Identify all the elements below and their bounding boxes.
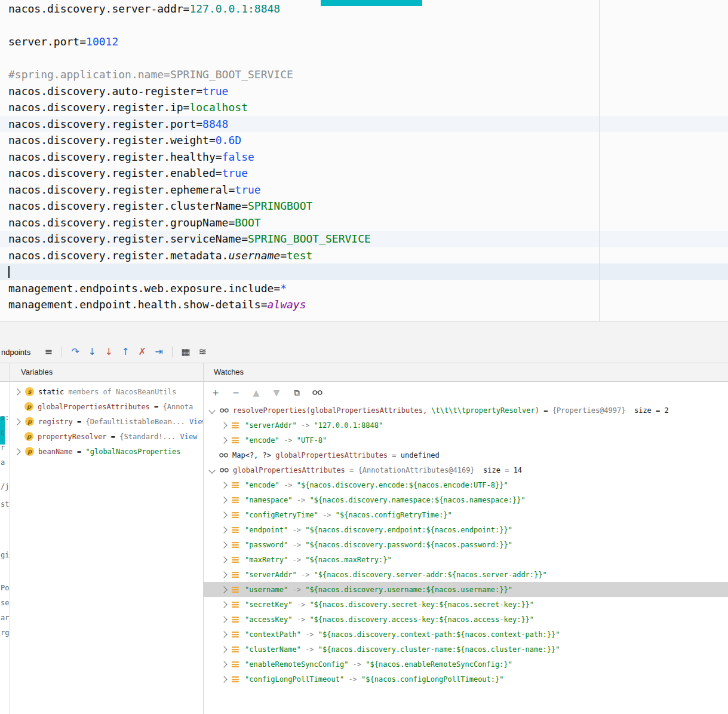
menu-icon[interactable]: ≡ xyxy=(40,345,57,358)
code-line[interactable]: management.endpoints.web.exposure.includ… xyxy=(0,280,728,297)
code-line[interactable] xyxy=(0,263,728,280)
chevron-right-icon[interactable] xyxy=(220,571,227,578)
code-line[interactable]: server.port=10012 xyxy=(0,33,728,50)
chevron-right-icon[interactable] xyxy=(220,437,227,443)
move-watch-down-icon[interactable]: ▼ xyxy=(269,388,284,397)
debug-stepper-icons: ndpoints ≡↷↓↓↑✗⇥▦≋ xyxy=(0,342,211,361)
code-line[interactable]: nacos.discovery.register.serviceName=SPR… xyxy=(0,231,728,247)
text-segment: nacos.discovery.register.groupName= xyxy=(8,216,235,229)
text-segment: -> xyxy=(288,556,305,564)
evaluate-expression-icon[interactable]: ▦ xyxy=(177,345,194,358)
chevron-right-icon[interactable] xyxy=(220,646,227,652)
properties-editor[interactable]: nacos.discovery.server-addr=127.0.0.1:88… xyxy=(0,0,728,321)
code-line[interactable]: nacos.discovery.register.ip=localhost xyxy=(0,99,728,116)
watch-row[interactable]: "enableRemoteSyncConfig" -> "${nacos.ena… xyxy=(204,657,728,672)
variable-row[interactable]: pregistry = {DefaultListableBean... View xyxy=(10,414,203,429)
watch-row[interactable]: "maxRetry" -> "${nacos.maxRetry:}" xyxy=(204,552,728,567)
variable-row[interactable]: pglobalPropertiesAttributes = {Annota xyxy=(10,399,203,414)
code-line[interactable]: nacos.discovery.register.weight=0.6D xyxy=(0,132,728,149)
watch-row[interactable]: "contextPath" -> "${nacos.discovery.cont… xyxy=(204,627,728,642)
step-into-icon[interactable]: ↓ xyxy=(84,345,100,358)
drop-frame-icon[interactable]: ✗ xyxy=(134,345,150,358)
step-over-icon[interactable]: ↷ xyxy=(67,345,84,358)
text-segment: "${nacos.discovery.endpoint:${nacos.endp… xyxy=(305,526,512,534)
code-line[interactable]: nacos.discovery.register.clusterName=SPR… xyxy=(0,198,728,214)
text-segment: "username" xyxy=(245,586,288,594)
chevron-right-icon[interactable] xyxy=(220,586,227,593)
watch-row[interactable]: Map<?, ?> globalPropertiesAttributes = u… xyxy=(204,448,728,462)
code-line[interactable]: nacos.discovery.register.ephemeral=true xyxy=(0,182,728,198)
variable-row[interactable]: ppropertyResolver = {Standard!... View xyxy=(10,429,203,444)
watch-row[interactable]: resolveProperties(globalPropertiesAttrib… xyxy=(204,403,728,418)
duplicate-watch-icon[interactable]: ⧉ xyxy=(290,388,304,398)
watch-row[interactable]: "endpoint" -> "${nacos.discovery.endpoin… xyxy=(204,522,728,537)
watch-row[interactable]: "serverAddr" -> "${nacos.discovery.serve… xyxy=(204,567,728,582)
watch-row[interactable]: "username" -> "${nacos.discovery.usernam… xyxy=(204,582,728,597)
watch-row[interactable]: "serverAddr" -> "127.0.0.1:8848" xyxy=(204,418,728,433)
watch-row[interactable]: "encode" -> "UTF-8" xyxy=(204,433,728,448)
variable-row[interactable]: sstatic members of NacosBeanUtils xyxy=(10,384,203,399)
chevron-right-icon[interactable] xyxy=(220,676,227,682)
chevron-right-icon[interactable] xyxy=(14,418,20,425)
chevron-right-icon[interactable] xyxy=(220,661,227,667)
chevron-right-icon[interactable] xyxy=(220,631,227,638)
chevron-right-icon[interactable] xyxy=(14,388,20,395)
watch-row[interactable]: "namespace" -> "${nacos.discovery.namesp… xyxy=(204,492,728,507)
chevron-right-icon[interactable] xyxy=(220,497,227,503)
right-margin-guide xyxy=(599,0,600,321)
map-entry-icon xyxy=(232,631,241,638)
text-segment: "clusterName" xyxy=(245,645,301,654)
text-segment: {Properties@4997} xyxy=(552,406,626,415)
chevron-right-icon[interactable] xyxy=(220,601,227,608)
variable-row[interactable]: pbeanName = "globalNacosProperties xyxy=(10,444,203,459)
code-line[interactable]: nacos.discovery.register.metadata.userna… xyxy=(0,247,728,264)
text-segment: true xyxy=(235,183,260,196)
add-watch-icon[interactable]: + xyxy=(208,388,223,397)
force-step-into-icon[interactable]: ↓ xyxy=(100,345,117,358)
text-segment: "UTF-8" xyxy=(297,436,327,445)
watch-row[interactable]: "clusterName" -> "${nacos.discovery.clus… xyxy=(204,642,728,657)
chevron-right-icon[interactable] xyxy=(220,541,227,548)
chevron-right-icon[interactable] xyxy=(220,616,227,623)
text-segment: "serverAddr" xyxy=(245,571,297,579)
show-watches-in-variables-icon[interactable] xyxy=(310,390,324,396)
tab-endpoints[interactable]: ndpoints xyxy=(1,348,30,357)
code-line[interactable] xyxy=(0,50,728,67)
code-line[interactable]: nacos.discovery.register.healthy=false xyxy=(0,149,728,166)
watch-row[interactable]: "accessKey" -> "${nacos.discovery.access… xyxy=(204,612,728,627)
chevron-down-icon[interactable] xyxy=(208,467,215,473)
text-segment: nacos.discovery.auto-register= xyxy=(8,85,202,97)
code-line[interactable]: nacos.discovery.register.port=8848 xyxy=(0,116,728,133)
chevron-right-icon[interactable] xyxy=(220,422,227,428)
code-line[interactable]: management.endpoint.health.show-details=… xyxy=(0,296,728,313)
text-segment: -> xyxy=(279,481,297,489)
watch-row[interactable]: "password" -> "${nacos.discovery.passwor… xyxy=(204,537,728,552)
chevron-right-icon[interactable] xyxy=(220,526,227,533)
watch-row[interactable]: "configRetryTime" -> "${nacos.configRetr… xyxy=(204,507,728,522)
run-to-cursor-icon[interactable]: ⇥ xyxy=(150,345,167,358)
text-segment: -> xyxy=(301,630,318,639)
text-segment: globalPropertiesAttributes xyxy=(233,466,345,474)
chevron-right-icon[interactable] xyxy=(220,511,227,518)
code-line[interactable]: nacos.discovery.auto-register=true xyxy=(0,83,728,100)
watch-row[interactable]: globalPropertiesAttributes = {Annotation… xyxy=(204,462,728,477)
watch-row[interactable]: "configLongPollTimeout" -> "${nacos.conf… xyxy=(204,672,728,687)
watch-row[interactable]: "encode" -> "${nacos.discovery.encode:${… xyxy=(204,477,728,492)
watch-row[interactable]: "secretKey" -> "${nacos.discovery.secret… xyxy=(204,597,728,612)
step-out-icon[interactable]: ↑ xyxy=(117,345,134,358)
code-line[interactable]: nacos.discovery.register.enabled=true xyxy=(0,165,728,182)
view-options-icon[interactable]: ≋ xyxy=(194,345,211,358)
text-segment: = xyxy=(107,433,120,441)
code-line[interactable]: #spring.application.name=SPRING_BOOT_SER… xyxy=(0,66,728,83)
move-watch-up-icon[interactable]: ▲ xyxy=(249,388,263,397)
chevron-right-icon[interactable] xyxy=(220,482,227,488)
text-segment: Map<?, ?> xyxy=(232,451,275,459)
chevron-right-icon[interactable] xyxy=(220,556,227,563)
text-segment: View xyxy=(185,418,203,426)
chevron-down-icon[interactable] xyxy=(208,407,215,413)
chevron-right-icon[interactable] xyxy=(14,448,20,455)
remove-watch-icon[interactable]: − xyxy=(229,388,243,397)
code-line[interactable] xyxy=(0,17,728,34)
text-segment: "${nacos.discovery.cluster-name:${nacos.… xyxy=(318,645,560,654)
code-line[interactable]: nacos.discovery.register.groupName=BOOT xyxy=(0,214,728,231)
